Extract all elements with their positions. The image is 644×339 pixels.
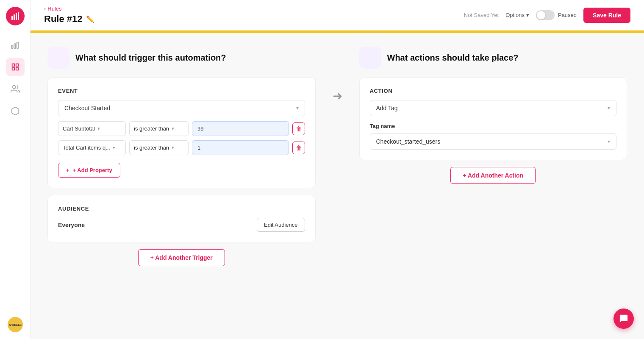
- back-link[interactable]: ‹ Rules: [44, 6, 94, 12]
- add-another-action-button[interactable]: + Add Another Action: [450, 167, 536, 184]
- arrow-wrap: ➜: [333, 47, 342, 103]
- filter2-operator-select[interactable]: is greater than ▾: [129, 140, 189, 155]
- edit-audience-button[interactable]: Edit Audience: [257, 218, 305, 232]
- tag-name-label: Tag name: [370, 123, 617, 129]
- svg-rect-2: [16, 13, 17, 20]
- add-property-button[interactable]: + + Add Property: [58, 163, 120, 178]
- svg-rect-8: [47, 47, 69, 69]
- filter1-op-chevron: ▾: [172, 126, 174, 131]
- trigger-heading: What should trigger this automation?: [75, 53, 226, 63]
- plus-icon: +: [66, 167, 69, 173]
- svg-rect-11: [359, 47, 381, 69]
- paused-toggle[interactable]: [536, 10, 555, 20]
- content: 📋 🔥 What should trigger this automation?…: [31, 33, 644, 339]
- paused-toggle-wrap: Paused: [536, 10, 577, 20]
- svg-point-7: [12, 86, 15, 89]
- action-column: ⚙️ ✨ What actions should take place? Act…: [359, 47, 627, 184]
- svg-rect-1: [14, 14, 15, 20]
- sidebar-item-products[interactable]: [6, 102, 25, 120]
- action-dropdown-chevron: ▾: [608, 105, 610, 111]
- sidebar-item-users[interactable]: [6, 80, 25, 98]
- chevron-down-icon: ▾: [526, 12, 529, 18]
- filter1-property-chevron: ▾: [97, 126, 100, 131]
- tag-name-dropdown[interactable]: Checkout_started_users ▾: [370, 133, 617, 150]
- filter1-value-input[interactable]: [192, 121, 289, 136]
- action-icon: ⚙️ ✨: [359, 47, 381, 69]
- sidebar-avatar[interactable]: ARTBEES: [8, 317, 23, 332]
- logo[interactable]: [6, 7, 25, 25]
- main-area: ‹ Rules Rule #12 ✏️ Not Saved Yet Option…: [31, 0, 644, 339]
- sidebar-item-analytics[interactable]: [6, 36, 25, 54]
- sidebar: ARTBEES: [0, 0, 31, 339]
- not-saved-label: Not Saved Yet: [464, 12, 499, 18]
- toggle-knob: [537, 11, 545, 19]
- trigger-icon: 📋 🔥: [47, 47, 69, 69]
- event-dropdown-chevron: ▾: [296, 105, 299, 111]
- event-label: Event: [58, 88, 305, 94]
- right-arrow-icon: ➜: [333, 89, 342, 103]
- filter-row-2: Total Cart items q... ▾ is greater than …: [58, 140, 305, 155]
- edit-icon[interactable]: ✏️: [86, 15, 94, 23]
- filter1-property-select[interactable]: Cart Subtotal ▾: [58, 121, 126, 136]
- svg-rect-5: [14, 44, 16, 48]
- filter2-property-select[interactable]: Total Cart items q... ▾: [58, 140, 126, 155]
- tag-name-chevron: ▾: [608, 139, 610, 144]
- svg-rect-6: [17, 42, 18, 49]
- save-rule-button[interactable]: Save Rule: [583, 8, 630, 23]
- action-dropdown[interactable]: Add Tag ▾: [370, 100, 617, 116]
- filter-row-1: Cart Subtotal ▾ is greater than ▾ 🗑: [58, 121, 305, 136]
- svg-rect-0: [11, 16, 13, 20]
- filter2-op-chevron: ▾: [172, 145, 174, 150]
- filter1-operator-select[interactable]: is greater than ▾: [129, 121, 189, 136]
- filter2-value-input[interactable]: [192, 140, 289, 155]
- filter2-delete-button[interactable]: 🗑: [292, 142, 305, 154]
- sidebar-item-automations[interactable]: [6, 58, 25, 76]
- filter2-property-chevron: ▾: [113, 145, 115, 150]
- audience-value: Everyone: [58, 222, 85, 228]
- back-arrow-icon: ‹: [44, 6, 46, 12]
- action-card: Action Add Tag ▾ Tag name Checkout_start…: [359, 77, 627, 160]
- rule-title: Rule #12: [44, 14, 83, 25]
- options-button[interactable]: Options ▾: [505, 12, 529, 18]
- chat-bubble[interactable]: [613, 308, 634, 329]
- paused-label: Paused: [558, 12, 577, 18]
- action-heading: What actions should take place?: [387, 53, 519, 63]
- add-another-trigger-button[interactable]: + Add Another Trigger: [138, 249, 225, 266]
- trigger-column: 📋 🔥 What should trigger this automation?…: [47, 47, 316, 266]
- svg-rect-3: [18, 12, 19, 20]
- action-label: Action: [370, 88, 617, 94]
- audience-label: Audience: [58, 206, 305, 212]
- audience-card: Audience Everyone Edit Audience: [47, 195, 316, 242]
- event-card: Event Checkout Started ▾ Cart Subtotal ▾…: [47, 77, 316, 188]
- filter1-delete-button[interactable]: 🗑: [292, 122, 305, 135]
- event-dropdown[interactable]: Checkout Started ▾: [58, 100, 305, 116]
- svg-rect-4: [11, 45, 13, 48]
- topbar: ‹ Rules Rule #12 ✏️ Not Saved Yet Option…: [31, 0, 644, 31]
